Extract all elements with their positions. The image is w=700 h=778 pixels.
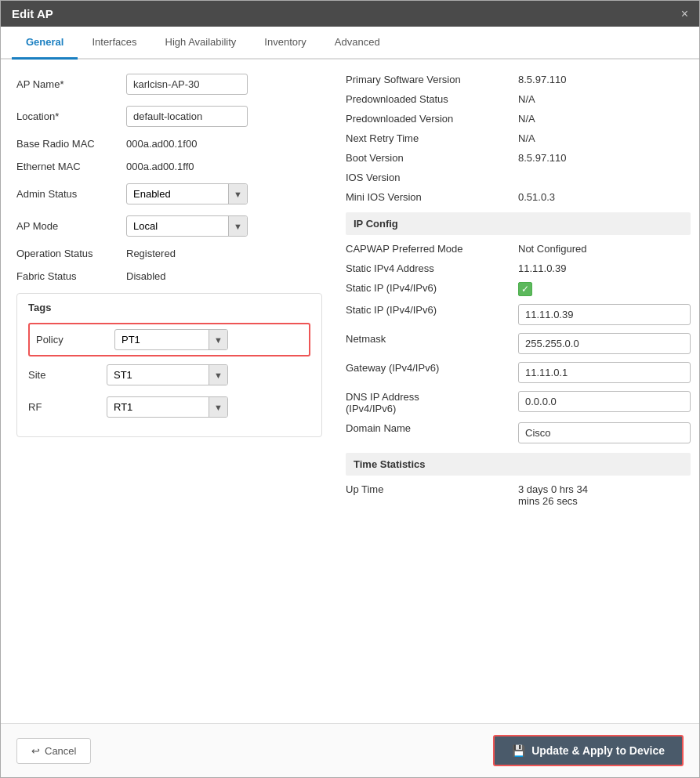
gateway-label: Gateway (IPv4/IPv6) — [346, 362, 518, 374]
modal-footer: ↩ Cancel 💾 Update & Apply to Device — [1, 723, 699, 777]
predownloaded-status-row: Predownloaded Status N/A — [346, 93, 691, 105]
ethernet-mac-value: 000a.ad00.1ff0 — [126, 161, 194, 172]
uptime-value: 3 days 0 hrs 34 mins 26 secs — [518, 483, 588, 507]
dns-ip-row: DNS IP Address(IPv4/IPv6) — [346, 391, 691, 414]
domain-name-row: Domain Name — [346, 422, 691, 443]
ethernet-mac-row: Ethernet MAC 000a.ad00.1ff0 — [16, 161, 322, 172]
ap-mode-arrow-icon: ▼ — [228, 216, 247, 236]
update-apply-button[interactable]: 💾 Update & Apply to Device — [493, 735, 684, 766]
gateway-input[interactable] — [518, 362, 691, 383]
edit-ap-modal: Edit AP × General Interfaces High Availa… — [0, 0, 700, 778]
uptime-label: Up Time — [346, 483, 518, 495]
predownloaded-status-value: N/A — [518, 93, 535, 105]
base-radio-mac-label: Base Radio MAC — [16, 138, 126, 150]
next-retry-row: Next Retry Time N/A — [346, 132, 691, 144]
rf-label: RF — [28, 401, 107, 413]
tags-section: Tags Policy PT1 ▼ Site — [16, 293, 322, 437]
static-ip-checkbox-row: Static IP (IPv4/IPv6) ✓ — [346, 282, 691, 296]
location-row: Location* — [16, 106, 322, 127]
fabric-status-value: Disabled — [126, 270, 166, 282]
policy-label: Policy — [36, 334, 114, 346]
cancel-label: Cancel — [45, 745, 76, 757]
ap-name-input[interactable] — [126, 74, 248, 95]
capwap-preferred-value: Not Configured — [518, 243, 586, 255]
mini-ios-version-label: Mini IOS Version — [346, 191, 518, 203]
policy-row: Policy PT1 ▼ — [28, 323, 310, 356]
dns-ip-input[interactable] — [518, 391, 691, 412]
ip-config-section-header: IP Config — [346, 212, 691, 235]
fabric-status-row: Fabric Status Disabled — [16, 270, 322, 282]
rf-row: RF RT1 ▼ — [28, 396, 310, 418]
next-retry-value: N/A — [518, 132, 535, 144]
netmask-row: Netmask — [346, 333, 691, 354]
static-ipv4-label: Static IPv4 Address — [346, 262, 518, 274]
update-icon: 💾 — [512, 744, 525, 757]
ap-mode-label: AP Mode — [16, 220, 126, 232]
rf-select[interactable]: RT1 — [107, 397, 209, 417]
static-ipv4-row: Static IPv4 Address 11.11.0.39 — [346, 262, 691, 274]
tab-high-availability[interactable]: High Availability — [151, 27, 251, 60]
site-select-wrap: ST1 ▼ — [107, 364, 228, 385]
site-arrow-icon: ▼ — [209, 365, 227, 385]
gateway-row: Gateway (IPv4/IPv6) — [346, 362, 691, 383]
static-ipv4-value: 11.11.0.39 — [518, 262, 566, 274]
operation-status-value: Registered — [126, 248, 176, 259]
predownloaded-version-value: N/A — [518, 113, 535, 125]
ap-mode-select-wrap: Local Monitor FlexConnect ▼ — [126, 215, 248, 237]
ios-version-row: IOS Version — [346, 172, 691, 183]
mini-ios-version-row: Mini IOS Version 0.51.0.3 — [346, 191, 691, 203]
admin-status-select[interactable]: Enabled Disabled — [127, 184, 228, 204]
tags-title: Tags — [28, 302, 310, 313]
close-button[interactable]: × — [681, 8, 688, 20]
right-column: Primary Software Version 8.5.97.110 Pred… — [346, 74, 691, 709]
ap-name-label: AP Name* — [16, 78, 126, 90]
admin-status-select-wrap: Enabled Disabled ▼ — [126, 183, 248, 204]
predownloaded-version-label: Predownloaded Version — [346, 113, 518, 125]
primary-sw-row: Primary Software Version 8.5.97.110 — [346, 74, 691, 85]
site-row: Site ST1 ▼ — [28, 364, 310, 385]
location-label: Location* — [16, 110, 126, 122]
cancel-icon: ↩ — [31, 745, 40, 757]
cancel-button[interactable]: ↩ Cancel — [16, 738, 91, 764]
netmask-label: Netmask — [346, 333, 518, 345]
tab-general[interactable]: General — [12, 27, 78, 60]
netmask-input[interactable] — [518, 333, 691, 354]
modal-title: Edit AP — [12, 7, 53, 20]
ap-name-row: AP Name* — [16, 74, 322, 95]
boot-version-row: Boot Version 8.5.97.110 — [346, 152, 691, 164]
base-radio-mac-value: 000a.ad00.1f00 — [126, 138, 197, 150]
domain-name-input[interactable] — [518, 422, 691, 443]
location-input[interactable] — [126, 106, 248, 127]
tab-inventory[interactable]: Inventory — [250, 27, 320, 60]
policy-select-wrap: PT1 ▼ — [114, 329, 228, 350]
operation-status-label: Operation Status — [16, 248, 126, 259]
static-ip-input[interactable] — [518, 304, 691, 325]
next-retry-label: Next Retry Time — [346, 132, 518, 144]
tab-advanced[interactable]: Advanced — [321, 27, 394, 60]
base-radio-mac-row: Base Radio MAC 000a.ad00.1f00 — [16, 138, 322, 150]
policy-select[interactable]: PT1 — [115, 330, 209, 349]
boot-version-value: 8.5.97.110 — [518, 152, 566, 164]
tab-interfaces[interactable]: Interfaces — [78, 27, 151, 60]
predownloaded-version-row: Predownloaded Version N/A — [346, 113, 691, 125]
static-ip-checkbox[interactable]: ✓ — [518, 282, 532, 296]
ap-mode-select[interactable]: Local Monitor FlexConnect — [127, 216, 228, 236]
fabric-status-label: Fabric Status — [16, 270, 126, 282]
mini-ios-version-value: 0.51.0.3 — [518, 191, 555, 203]
site-select[interactable]: ST1 — [107, 365, 209, 385]
primary-sw-value: 8.5.97.110 — [518, 74, 566, 85]
ethernet-mac-label: Ethernet MAC — [16, 161, 126, 172]
rf-select-wrap: RT1 ▼ — [107, 396, 228, 418]
time-statistics-section-header: Time Statistics — [346, 453, 691, 476]
primary-sw-label: Primary Software Version — [346, 74, 518, 85]
boot-version-label: Boot Version — [346, 152, 518, 164]
site-label: Site — [28, 369, 107, 381]
policy-arrow-icon: ▼ — [209, 330, 227, 349]
predownloaded-status-label: Predownloaded Status — [346, 93, 518, 105]
capwap-preferred-row: CAPWAP Preferred Mode Not Configured — [346, 243, 691, 255]
ap-mode-row: AP Mode Local Monitor FlexConnect ▼ — [16, 215, 322, 237]
left-column: AP Name* Location* Base Radio MAC 000a.a… — [16, 74, 322, 709]
rf-arrow-icon: ▼ — [209, 397, 227, 417]
tab-bar: General Interfaces High Availability Inv… — [1, 27, 699, 60]
static-ip-input-label: Static IP (IPv4/IPv6) — [346, 304, 518, 316]
